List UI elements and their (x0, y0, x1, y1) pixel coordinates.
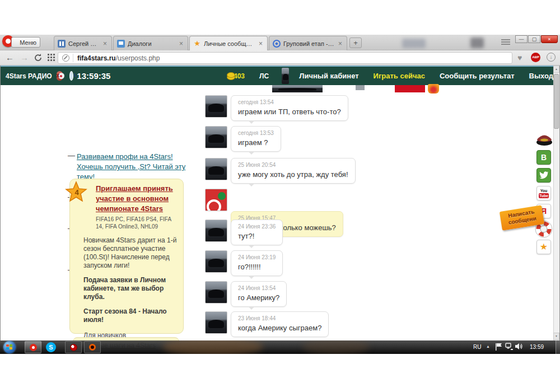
download-icon[interactable]: ↓ (547, 53, 556, 62)
military-cap-icon[interactable] (535, 130, 553, 147)
background-artifact (470, 38, 484, 48)
site-badge-icon[interactable] (62, 54, 69, 62)
message-time: 24 Июня 13:54 (238, 285, 279, 291)
promo-paragraph: Старт сезона 84 - Начало июля! (83, 307, 178, 324)
own-avatar[interactable] (205, 189, 227, 211)
close-tab-icon[interactable]: × (258, 40, 264, 48)
promo-title-link[interactable]: Приглашаем принять участие в основном че… (96, 184, 173, 213)
message-time: сегодня 13:54 (238, 99, 341, 105)
4stars-star-icon[interactable]: ★ (536, 240, 551, 254)
bookmark-heart-icon[interactable]: ♥ (517, 53, 522, 62)
promo-paragraph: Подача заявки в Личном кабинете, там же … (83, 276, 178, 301)
app-icon (70, 344, 77, 351)
twitter-icon[interactable] (536, 168, 551, 183)
message-row: сегодня 13:54 играем или ТП, ответь что-… (205, 95, 390, 121)
message-time: 23 Июня 18:44 (238, 315, 321, 321)
message-bubble: 24 Июня 23:19 го?!!!!!! (231, 250, 283, 276)
nav-personal-cabinet[interactable]: Личный кабинет (299, 72, 358, 80)
sender-avatar[interactable] (205, 250, 227, 273)
network-icon[interactable] (505, 343, 513, 350)
sender-avatar[interactable] (205, 220, 227, 242)
radio-player-control[interactable]: x (57, 71, 63, 81)
pause-icon (58, 40, 66, 48)
message-bubble: сегодня 13:53 играем ? (231, 126, 281, 152)
promo-platforms: FIFA16 PC, FIFA16 PS4, FIFA 14, FIFA Onl… (96, 216, 178, 230)
adblock-icon[interactable]: ABP (531, 53, 540, 62)
vk-icon[interactable]: B (536, 150, 551, 165)
speed-dial-icon[interactable] (48, 54, 55, 61)
clock-icon (69, 71, 73, 81)
scroll-down-icon[interactable]: ▼ (553, 333, 559, 340)
message-text: играем ? (238, 138, 274, 147)
message-text: тут?! (238, 232, 276, 240)
sender-avatar[interactable] (205, 158, 227, 180)
tab-sergey-pasichenko[interactable]: Сергей Пасиченко × (54, 36, 112, 50)
message-row: сегодня 13:53 играем ? (205, 126, 390, 152)
tray-expand-icon[interactable]: ▲ (486, 344, 490, 348)
message-text: уже могу хоть до утра, жду тебя! (238, 170, 348, 179)
sender-avatar[interactable] (205, 281, 227, 304)
close-tab-icon[interactable]: × (337, 40, 343, 48)
taskbar-app-button[interactable] (84, 341, 101, 353)
message-row: 24 Июня 13:54 го Америку? (205, 281, 390, 307)
site-header: 4Stars РАДИО x 13:59:35 403 ЛС Личный ка… (1, 67, 553, 85)
clipped-banner-image (272, 85, 323, 92)
taskbar-app-button[interactable] (65, 341, 82, 353)
start-button[interactable] (3, 341, 16, 353)
youtube-icon[interactable]: You Tube (536, 186, 551, 200)
back-icon[interactable]: ← (6, 52, 14, 63)
radio-stop-icon[interactable]: x (57, 72, 60, 78)
taskbar-clock[interactable]: 13:59 (530, 344, 544, 350)
site-nav: Личный кабинет Играть сейчас Сообщить ре… (299, 72, 553, 80)
dialog-icon (117, 40, 125, 48)
language-indicator[interactable]: RU (473, 344, 481, 350)
app-icon (89, 344, 96, 351)
clipped-flame-icon (428, 84, 439, 94)
message-text: го?!!!!!! (238, 263, 276, 271)
message-time: 25 Июня 20:54 (238, 162, 348, 168)
message-row: 24 Июня 23:36 тут?! (205, 220, 390, 245)
message-bubble: 25 Июня 20:54 уже могу хоть до утра, жду… (231, 158, 356, 184)
show-desktop-button[interactable] (556, 340, 560, 354)
tab-group-stage[interactable]: Груповий етап - Сторінка × (269, 36, 347, 50)
window-maximize-button[interactable]: ▢ (528, 35, 540, 43)
message-text: го Америку? (238, 293, 279, 302)
promo-paragraph: Новичкам 4Stars дарит на 1-й сезон беспл… (83, 236, 178, 270)
sender-avatar[interactable] (205, 311, 227, 334)
scrollbar-thumb[interactable] (554, 74, 559, 129)
close-tab-icon[interactable]: × (178, 40, 184, 48)
clipped-red-banner (395, 85, 425, 92)
scroll-up-icon[interactable]: ▲ (553, 66, 559, 73)
tab-dialogi[interactable]: Диалоги × (113, 36, 188, 50)
new-tab-button[interactable]: + (349, 38, 362, 48)
news-link-profi[interactable]: Развиваем профи на 4Stars! Хочешь получи… (77, 152, 185, 181)
radio-label: 4Stars РАДИО (6, 72, 52, 80)
star-icon: ★ (193, 40, 201, 48)
opera-menu-button[interactable]: Меню (11, 37, 40, 48)
tab-menu-icon[interactable] (501, 38, 510, 46)
action-center-flag-icon[interactable] (495, 343, 502, 351)
taskbar-opera-button[interactable] (25, 341, 41, 353)
volume-icon[interactable] (515, 343, 522, 350)
message-time: сегодня 13:53 (238, 130, 274, 136)
nav-logout[interactable]: Выход (529, 72, 553, 80)
coins-balance[interactable]: 403 (234, 72, 245, 80)
taskbar-skype-button[interactable]: S (46, 342, 56, 352)
reload-icon[interactable] (34, 53, 43, 62)
address-bar[interactable]: fifa4stars.ru/userposts.php (58, 52, 512, 64)
nav-report-result[interactable]: Сообщить результат (440, 72, 515, 80)
close-tab-icon[interactable]: × (102, 40, 108, 48)
forward-icon[interactable]: → (20, 52, 29, 63)
user-avatar[interactable] (282, 68, 289, 84)
url-text: fifa4stars.ru/userposts.php (77, 54, 160, 62)
server-clock: 13:59:35 (77, 71, 110, 81)
sender-avatar[interactable] (205, 95, 227, 118)
message-bubble: 24 Июня 13:54 го Америку? (231, 281, 287, 307)
tab-private-messages-active[interactable]: ★ Личные сообщения Char × (189, 36, 268, 50)
nav-play-now[interactable]: Играть сейчас (374, 72, 425, 80)
private-messages-link[interactable]: ЛС (259, 72, 269, 80)
window-close-button[interactable]: × (541, 35, 558, 43)
window-minimize-button[interactable]: — (515, 35, 528, 43)
message-row: 25 Июня 20:54 уже могу хоть до утра, жду… (205, 158, 390, 184)
sender-avatar[interactable] (205, 126, 227, 148)
